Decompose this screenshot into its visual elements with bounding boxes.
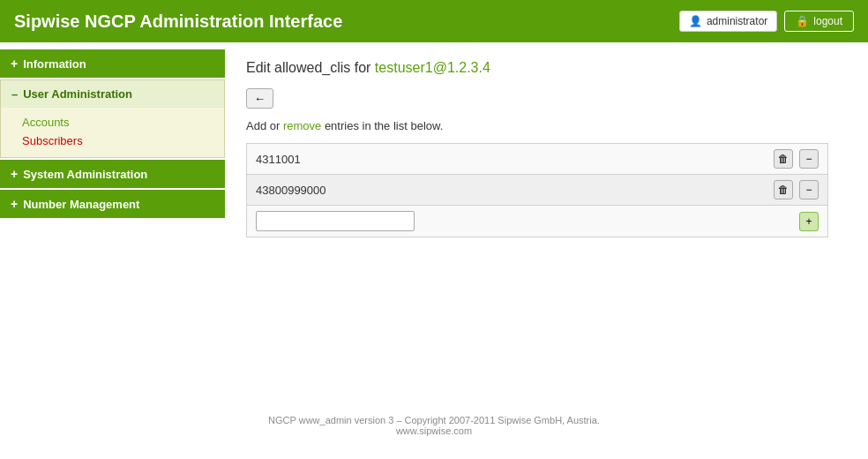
cli-value-1: 4311001 [247,144,763,175]
sidebar-link-subscribers[interactable]: Subscribers [22,132,210,150]
expand-icon: + [11,56,18,71]
sidebar-system-admin-label: System Administration [23,168,147,181]
sidebar-user-admin-header[interactable]: – User Administration [1,80,224,108]
new-entry-row: + [247,206,828,237]
sidebar: + Information – User Administration Acco… [0,42,225,459]
table-row-actions-1: 🗑 − [762,144,827,175]
sidebar-user-admin-links: Accounts Subscribers [1,108,224,157]
sidebar-user-admin-label: User Administration [23,87,132,101]
new-entry-input[interactable] [256,211,415,231]
remove-link[interactable]: remove [283,119,321,132]
logout-button[interactable]: 🔒 logout [784,11,854,32]
table-row: 43800999000 🗑 − [247,175,828,206]
add-button[interactable]: + [799,212,819,231]
minus-button-1[interactable]: − [799,149,819,169]
lock-icon: 🔒 [796,15,809,27]
expand-num-icon: + [11,197,18,211]
heading-user: testuser1@1.2.3.4 [375,60,490,75]
delete-button-2[interactable]: 🗑 [774,180,793,199]
collapse-icon: – [11,87,18,101]
sidebar-number-mgmt-label: Number Management [23,198,139,211]
sidebar-link-accounts[interactable]: Accounts [22,113,210,132]
new-entry-actions: + [762,206,827,237]
header-right: 👤 administrator 🔒 logout [679,11,854,32]
clis-table: 4311001 🗑 − 43800999000 🗑 − [246,143,828,237]
table-row-actions-2: 🗑 − [762,175,827,206]
expand-sys-icon: + [11,167,18,181]
app-header: Sipwise NGCP Administration Interface 👤 … [0,0,868,42]
footer-line1: NGCP www_admin version 3 – Copyright 200… [14,415,854,425]
minus-button-2[interactable]: − [799,180,819,199]
sidebar-user-admin-section: – User Administration Accounts Subscribe… [0,79,225,158]
main-content: Edit allowed_clis for testuser1@1.2.3.4 … [225,42,868,459]
table-row: 4311001 🗑 − [247,144,828,175]
cli-value-2: 43800999000 [247,175,763,206]
sidebar-item-number-mgmt[interactable]: + Number Management [0,190,225,218]
page-footer: NGCP www_admin version 3 – Copyright 200… [0,401,868,450]
username-label: administrator [707,15,767,27]
main-layout: + Information – User Administration Acco… [0,42,868,459]
user-badge: 👤 administrator [679,11,777,32]
back-button[interactable]: ← [246,88,273,109]
delete-button-1[interactable]: 🗑 [774,149,793,169]
new-entry-cell [247,206,763,237]
user-icon: 👤 [689,15,702,27]
logout-label: logout [813,15,842,27]
footer-line2: www.sipwise.com [14,425,854,436]
sidebar-item-system-admin[interactable]: + System Administration [0,160,225,188]
page-heading: Edit allowed_clis for testuser1@1.2.3.4 [246,60,847,76]
sidebar-item-information[interactable]: + Information [0,49,225,78]
app-title: Sipwise NGCP Administration Interface [14,11,342,32]
heading-prefix: Edit allowed_clis for [246,60,370,75]
instruction-text: Add or remove entries in the list below. [246,119,847,132]
sidebar-information-label: Information [23,57,86,71]
